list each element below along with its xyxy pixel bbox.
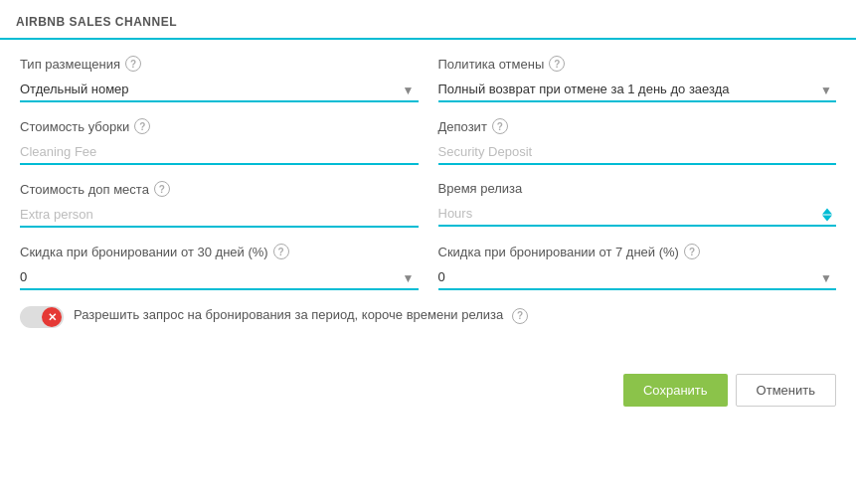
hours-input[interactable] <box>438 202 837 227</box>
page-wrapper: AIRBNB SALES CHANNEL Тип размещения ? От… <box>0 0 856 504</box>
group-accommodation: Тип размещения ? Отдельный номер Целый д… <box>20 56 419 102</box>
cleaning-fee-help-icon[interactable]: ? <box>134 118 150 134</box>
discount-7-label: Скидка при бронировании от 7 дней (%) ? <box>438 244 837 259</box>
footer-buttons: Сохранить Отменить <box>0 364 856 422</box>
toggle-label: Разрешить запрос на бронирования за пери… <box>74 306 528 324</box>
group-extra-person: Стоимость доп места ? <box>20 181 419 228</box>
cancel-button[interactable]: Отменить <box>736 374 836 407</box>
row-accommodation-cancellation: Тип размещения ? Отдельный номер Целый д… <box>20 56 836 102</box>
extra-person-input[interactable] <box>20 203 419 228</box>
cancellation-select[interactable]: Полный возврат при отмене за 1 день до з… <box>438 78 837 102</box>
hours-wrapper <box>438 202 837 227</box>
save-button[interactable]: Сохранить <box>623 374 728 407</box>
toggle-help-icon[interactable]: ? <box>512 308 528 324</box>
accommodation-select[interactable]: Отдельный номер Целый дом Общая комната <box>20 78 419 102</box>
hours-spin-down[interactable] <box>822 215 832 221</box>
hours-spin-up[interactable] <box>822 208 832 214</box>
discount-30-help-icon[interactable]: ? <box>273 244 289 259</box>
cancellation-select-wrapper: Полный возврат при отмене за 1 день до з… <box>438 78 837 102</box>
discount-7-help-icon[interactable]: ? <box>684 244 700 259</box>
extra-person-label: Стоимость доп места ? <box>20 181 419 197</box>
page-header: AIRBNB SALES CHANNEL <box>0 0 856 40</box>
accommodation-label: Тип размещения ? <box>20 56 419 72</box>
discount-7-select-wrapper: 0 5 10 15 20 ▼ <box>438 265 837 290</box>
group-deposit: Депозит ? <box>438 118 837 165</box>
discount-7-select[interactable]: 0 5 10 15 20 <box>438 265 837 290</box>
toggle-track: ✕ <box>20 306 64 328</box>
page-title: AIRBNB SALES CHANNEL <box>16 15 177 29</box>
cleaning-fee-label: Стоимость уборки ? <box>20 118 419 134</box>
toggle-thumb: ✕ <box>42 307 62 327</box>
group-release-time: Время релиза <box>438 181 837 228</box>
deposit-label: Депозит ? <box>438 118 837 134</box>
discount-30-select[interactable]: 0 5 10 15 20 <box>20 265 419 290</box>
release-time-label: Время релиза <box>438 181 837 196</box>
cancellation-help-icon[interactable]: ? <box>549 56 565 72</box>
toggle-switch[interactable]: ✕ <box>20 306 64 328</box>
row-discounts: Скидка при бронировании от 30 дней (%) ?… <box>20 244 836 290</box>
form-body: Тип размещения ? Отдельный номер Целый д… <box>0 40 856 364</box>
group-cleaning-fee: Стоимость уборки ? <box>20 118 419 165</box>
toggle-x-icon: ✕ <box>48 312 57 323</box>
discount-30-label: Скидка при бронировании от 30 дней (%) ? <box>20 244 419 259</box>
group-cancellation: Политика отмены ? Полный возврат при отм… <box>438 56 837 102</box>
discount-30-select-wrapper: 0 5 10 15 20 ▼ <box>20 265 419 290</box>
row-cleaning-deposit: Стоимость уборки ? Депозит ? <box>20 118 836 165</box>
deposit-help-icon[interactable]: ? <box>492 118 508 134</box>
accommodation-select-wrapper: Отдельный номер Целый дом Общая комната … <box>20 78 419 102</box>
extra-person-help-icon[interactable]: ? <box>154 181 170 197</box>
toggle-row: ✕ Разрешить запрос на бронирования за пе… <box>20 306 836 328</box>
row-extra-release: Стоимость доп места ? Время релиза <box>20 181 836 228</box>
cancellation-label: Политика отмены ? <box>438 56 837 72</box>
accommodation-help-icon[interactable]: ? <box>125 56 141 72</box>
group-discount-30: Скидка при бронировании от 30 дней (%) ?… <box>20 244 419 290</box>
hours-spin-arrows <box>822 208 832 221</box>
cleaning-fee-input[interactable] <box>20 140 419 165</box>
deposit-input[interactable] <box>438 140 837 165</box>
group-discount-7: Скидка при бронировании от 7 дней (%) ? … <box>438 244 837 290</box>
